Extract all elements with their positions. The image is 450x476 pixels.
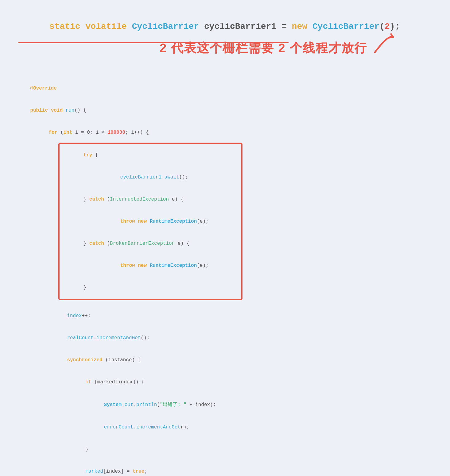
keyword-true: true: [133, 469, 144, 474]
callout-container: 2 代表这个栅栏需要 2 个线程才放行: [18, 46, 432, 71]
keyword-void: void: [51, 108, 66, 113]
interrupted-exception: InterruptedException: [110, 197, 169, 202]
string-literal: "出错了: ": [160, 402, 186, 408]
method-await: await: [165, 175, 179, 180]
var-realcount: realCount: [67, 335, 93, 341]
throw2-line: throw new RuntimeException(e);: [66, 257, 232, 274]
catch1-brace: }: [83, 197, 89, 202]
catch2-var: e) {: [175, 241, 189, 246]
println-paren: (: [157, 402, 160, 408]
try-close-brace: }: [66, 279, 232, 296]
catch2-paren: (: [107, 241, 110, 246]
arrow-icon: [370, 31, 398, 59]
try-brace-open: {: [95, 152, 98, 158]
catch1-var: e) {: [169, 197, 184, 202]
method-incrementAndGet2: incrementAndGet: [136, 424, 180, 430]
marked-bracket: [index] =: [103, 469, 133, 474]
keyword-new1: new: [138, 219, 149, 224]
var-name: cyclicBarrier1 =: [199, 22, 292, 31]
code-area: @Override public void run() { for (int i…: [18, 80, 432, 476]
keyword-synchronized: synchronized: [67, 357, 105, 363]
number-100000: 100000: [107, 130, 125, 135]
concat-op: + index);: [186, 402, 216, 408]
method-run: run: [66, 108, 75, 113]
override-annotation: @Override: [18, 80, 432, 97]
await-parens: ();: [179, 175, 188, 180]
index-incr: ++;: [82, 313, 91, 319]
try-catch-block: try { cyclicBarrier1.await(); } catch (I…: [58, 143, 242, 300]
static-line: static volatile CyclicBarrier cyclicBarr…: [18, 12, 400, 41]
type-int: int: [63, 130, 72, 135]
keyword-static: static: [49, 22, 86, 31]
for-incr: ; i++) {: [125, 130, 149, 135]
var-marked: marked: [85, 469, 103, 474]
class-system: System: [104, 402, 122, 408]
catch2-line: } catch (BrokenBarrierException e) {: [66, 235, 232, 252]
if-line: if (marked[index]) {: [18, 374, 432, 390]
realcount-line: realCount.incrementAndGet();: [18, 330, 432, 346]
keyword-throw2: throw: [120, 263, 138, 268]
throw1-line: throw new RuntimeException(e);: [66, 213, 232, 230]
dot-realcount: .: [94, 335, 97, 341]
errorcount-line: errorCount.incrementAndGet();: [18, 419, 432, 436]
if-cond: (marked[index]) {: [94, 379, 144, 385]
keyword-try: try: [83, 152, 95, 158]
await-call-line: cyclicBarrier1.await();: [66, 169, 232, 186]
var-out: out: [125, 402, 134, 408]
keyword-volatile: volatile: [85, 22, 132, 31]
callout-text: 2 代表这个栅栏需要 2 个线程才放行: [160, 40, 367, 56]
catch1-line: } catch (InterruptedException e) {: [66, 191, 232, 208]
broken-barrier-exception: BrokenBarrierException: [110, 241, 175, 246]
println-line: System.out.println("出错了: " + index);: [18, 396, 432, 413]
dot-out: .: [133, 402, 136, 408]
keyword-new2: new: [138, 263, 149, 268]
var-barrier: cyclicBarrier1: [120, 175, 161, 180]
paren-open: (: [379, 22, 385, 31]
class-cyclicbarrier: CyclicBarrier: [132, 22, 199, 31]
catch1-paren: (: [107, 197, 110, 202]
close-brace-try: }: [83, 285, 87, 290]
number-2: 2: [385, 22, 390, 31]
keyword-for: for: [48, 130, 60, 135]
close-if: }: [85, 447, 88, 452]
for-paren-open: (: [60, 130, 64, 135]
synchronized-line: synchronized (instance) {: [18, 352, 432, 368]
throw2-args: (e);: [197, 263, 208, 268]
keyword-catch1: catch: [89, 197, 107, 202]
realcount-parens: ();: [141, 335, 149, 341]
try-open-line: try {: [66, 147, 232, 163]
dot-system: .: [122, 402, 125, 408]
annotation-override: @Override: [30, 86, 56, 91]
method-declaration: public void run() {: [18, 102, 432, 119]
keyword-new: new: [292, 22, 312, 31]
catch2-brace: }: [83, 241, 89, 246]
class-name2: CyclicBarrier: [312, 22, 379, 31]
var-index: index: [67, 313, 82, 319]
paren-close: );: [390, 22, 400, 31]
marked-semi: ;: [144, 469, 147, 474]
callout-area: 2 代表这个栅栏需要 2 个线程才放行: [160, 37, 398, 59]
dot-errorcount: .: [133, 424, 136, 430]
sync-paren: (instance) {: [105, 357, 141, 363]
method-println: println: [136, 402, 157, 408]
if-close-brace: }: [18, 441, 432, 458]
method-incrementAndGet1: incrementAndGet: [96, 335, 141, 341]
for-body: i = 0; i <: [72, 130, 107, 135]
errorcount-parens: ();: [180, 424, 189, 430]
keyword-public: public: [30, 108, 51, 113]
keyword-catch2: catch: [89, 241, 107, 246]
keyword-throw1: throw: [120, 219, 138, 224]
throw1-args: (e);: [197, 219, 208, 224]
index-line: index++;: [18, 308, 432, 324]
var-errorcount: errorCount: [104, 424, 133, 430]
runtime-exception1: RuntimeException: [150, 219, 197, 224]
marked-line: marked[index] = true;: [18, 463, 432, 476]
dot1: .: [161, 175, 165, 180]
run-paren: () {: [74, 108, 86, 113]
keyword-if: if: [85, 379, 94, 385]
runtime-exception2: RuntimeException: [150, 263, 197, 268]
for-loop-line: for (int i = 0; i < 100000; i++) {: [18, 124, 432, 141]
